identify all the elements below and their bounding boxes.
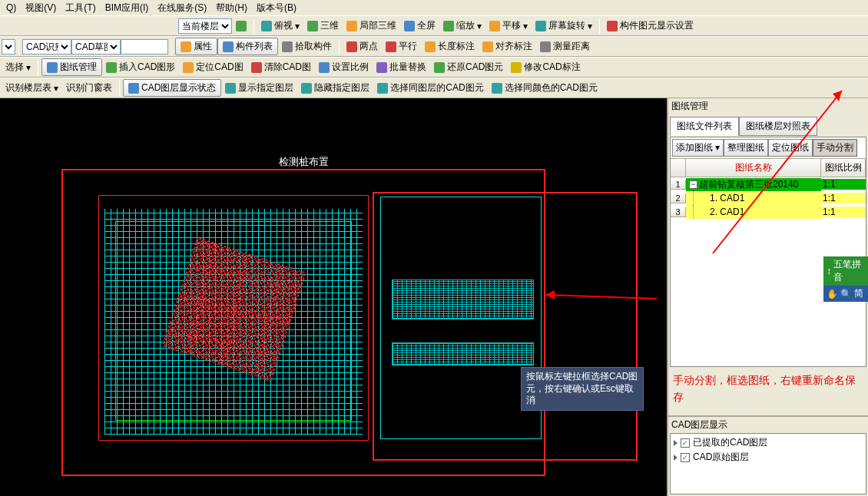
paper-tools: 添加图纸 ▾ 整理图纸 定位图纸 手动分割: [671, 137, 866, 159]
annotation-note: 手动分割，框选图纸，右键重新命名保存: [668, 367, 868, 411]
zoom-button[interactable]: 缩放 ▾: [439, 18, 485, 34]
paper-tabs: 图纸文件列表 图纸楼层对照表: [668, 114, 868, 137]
component-list-button[interactable]: 构件列表: [217, 38, 278, 55]
length-label-button[interactable]: 长度标注: [421, 38, 479, 55]
add-paper-button[interactable]: 添加图纸 ▾: [672, 139, 724, 157]
layer-item[interactable]: ✓ CAD原始图层: [672, 450, 864, 465]
layer-item[interactable]: ✓ 已提取的CAD图层: [672, 435, 864, 450]
checkbox-icon[interactable]: ✓: [681, 453, 690, 462]
right-panel: 图纸管理 图纸文件列表 图纸楼层对照表 添加图纸 ▾ 整理图纸 定位图纸 手动分…: [667, 98, 868, 496]
insert-cad-button[interactable]: 插入CAD图形: [102, 59, 179, 75]
expand-icon[interactable]: [674, 455, 678, 461]
recognize-door-table-button[interactable]: 识别门窗表: [62, 80, 116, 96]
locate-cad-button[interactable]: 定位CAD图: [179, 59, 247, 75]
cad-table-1: [392, 279, 534, 319]
fix-cad-label-button[interactable]: 修改CAD标注: [507, 59, 584, 75]
ime-mode[interactable]: ↕ 五笔拼音: [823, 256, 868, 286]
ime-badge: ↕ 五笔拼音 ✋ 🔍 简: [823, 256, 868, 302]
toolbar-row-3: 选择 ▾ 图纸管理 插入CAD图形 定位CAD图 清除CAD图 设置比例 批量替…: [0, 57, 868, 78]
menu-item[interactable]: 在线服务(S): [153, 0, 211, 16]
expand-icon[interactable]: [674, 440, 678, 446]
two-point-button[interactable]: 两点: [343, 38, 382, 55]
locate-paper-button[interactable]: 定位图纸: [768, 139, 813, 157]
component-display-button[interactable]: 构件图元显示设置: [603, 18, 697, 34]
menu-bar: Q) 视图(V) 工具(T) BIM应用(I) 在线服务(S) 帮助(H) 版本…: [0, 0, 868, 15]
paper-grid-header: 图纸名称 图纸比例: [671, 159, 866, 177]
hide-layer-button[interactable]: 隐藏指定图层: [297, 80, 373, 96]
tab-paper-list[interactable]: 图纸文件列表: [670, 117, 739, 136]
select-same-color-button[interactable]: 选择同颜色的CAD图元: [488, 80, 601, 96]
screen-rotate-button[interactable]: 屏幕旋转 ▾: [532, 18, 596, 34]
paper-row[interactable]: 2 1. CAD1 1:1: [671, 191, 866, 205]
show-layer-button[interactable]: 显示指定图层: [221, 80, 297, 96]
partial-3d-button[interactable]: 局部三维: [343, 18, 400, 34]
cad-sketch-combo[interactable]: CAD草图: [71, 39, 121, 55]
pan-button[interactable]: 平移 ▾: [485, 18, 532, 34]
pick-component-button[interactable]: 拾取构件: [278, 38, 336, 55]
set-scale-button[interactable]: 设置比例: [315, 59, 373, 75]
paper-row[interactable]: 1 −超前钻复核第三批20140 1:1: [671, 177, 866, 191]
top-view-button[interactable]: 俯视 ▾: [257, 18, 303, 34]
col-paper-scale: 图纸比例: [821, 159, 866, 177]
clear-cad-button[interactable]: 清除CAD图: [247, 59, 315, 75]
align-label-button[interactable]: 对齐标注: [479, 38, 536, 55]
cad-layer-title: CAD图层显示: [668, 417, 868, 433]
properties-button[interactable]: 属性: [175, 38, 217, 55]
restore-cad-button[interactable]: 还原CAD图元: [430, 59, 507, 75]
drawing-title: 检测桩布置: [279, 155, 329, 169]
3d-view-button[interactable]: 三维: [303, 18, 343, 34]
measure-distance-button[interactable]: 测量距离: [536, 38, 594, 55]
canvas-tooltip: 按鼠标左键拉框选择CAD图元，按右键确认或Esc键取消: [521, 367, 644, 411]
floor-combo[interactable]: 当前楼层: [178, 18, 232, 34]
menu-item[interactable]: 视图(V): [21, 0, 61, 16]
menu-item[interactable]: BIM应用(I): [101, 0, 154, 16]
level-combo[interactable]: [2, 39, 15, 55]
tab-floor-map[interactable]: 图纸楼层对照表: [739, 117, 817, 136]
toolbar-row-1: 当前楼层 俯视 ▾ 三维 局部三维 全屏 缩放 ▾ 平移 ▾ 屏幕旋转 ▾ 构件…: [0, 15, 868, 36]
cad-canvas[interactable]: 检测桩布置 按鼠标左键拉框选择CAD图元，按右键确认或Esc键取消: [0, 98, 667, 496]
organize-paper-button[interactable]: 整理图纸: [724, 139, 768, 157]
cad-layer-tree[interactable]: ✓ 已提取的CAD图层 ✓ CAD原始图层: [670, 433, 866, 494]
cad-table-2: [392, 342, 534, 365]
menu-item[interactable]: 帮助(H): [211, 0, 252, 16]
paper-manager-button[interactable]: 图纸管理: [41, 58, 102, 76]
tree-collapse-icon[interactable]: −: [689, 180, 697, 189]
recognize-floor-table-button[interactable]: 识别楼层表 ▾: [2, 80, 62, 96]
select-same-layer-button[interactable]: 选择同图层的CAD图元: [373, 80, 487, 96]
checkbox-icon[interactable]: ✓: [681, 438, 690, 448]
toolbar-row-2: CAD识别 CAD草图 属性 构件列表 拾取构件 两点 平行 长度标注 对齐标注…: [0, 36, 868, 57]
floor-down-icon[interactable]: [232, 19, 250, 33]
toolbar-row-4: 识别楼层表 ▾ 识别门窗表 CAD图层显示状态 显示指定图层 隐藏指定图层 选择…: [0, 78, 868, 98]
menu-item[interactable]: 工具(T): [61, 0, 100, 16]
cad-recognize-combo[interactable]: CAD识别: [22, 39, 71, 55]
parallel-button[interactable]: 平行: [382, 38, 421, 55]
fullscreen-button[interactable]: 全屏: [400, 18, 439, 34]
menu-item[interactable]: Q): [2, 1, 21, 15]
batch-replace-button[interactable]: 批量替换: [373, 59, 430, 75]
paper-mgr-title: 图纸管理: [668, 98, 868, 114]
paper-row[interactable]: 3 2. CAD1 1:1: [671, 205, 866, 219]
ime-simp[interactable]: ✋ 🔍 简: [823, 286, 868, 302]
cad-layer-display-state-button[interactable]: CAD图层显示状态: [123, 79, 221, 97]
manual-split-button[interactable]: 手动分割: [813, 139, 857, 157]
cad-empty-combo[interactable]: [121, 39, 168, 55]
col-paper-name: 图纸名称: [686, 159, 821, 177]
menu-item[interactable]: 版本号(B): [252, 0, 301, 16]
select-button[interactable]: 选择 ▾: [2, 59, 35, 75]
